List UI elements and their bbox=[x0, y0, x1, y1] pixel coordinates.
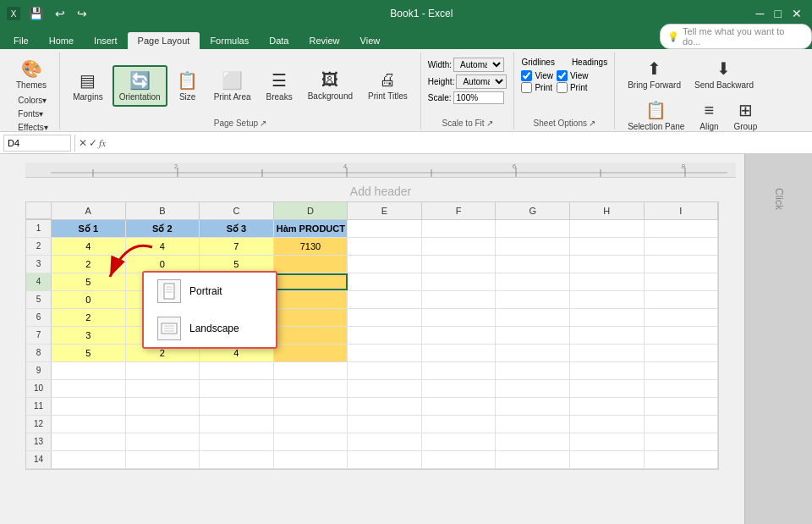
grid-cell[interactable]: 7130 bbox=[274, 238, 348, 255]
landscape-option[interactable]: Landscape bbox=[144, 310, 276, 347]
tab-review[interactable]: Review bbox=[299, 32, 349, 49]
grid-cell[interactable] bbox=[496, 238, 570, 255]
tab-view[interactable]: View bbox=[350, 32, 391, 49]
grid-cell[interactable] bbox=[348, 362, 422, 379]
grid-cell[interactable] bbox=[274, 256, 348, 273]
grid-cell[interactable] bbox=[274, 309, 348, 326]
grid-cell[interactable] bbox=[645, 451, 719, 468]
grid-cell[interactable] bbox=[496, 291, 570, 308]
confirm-formula-button[interactable]: ✓ bbox=[89, 137, 97, 149]
grid-cell[interactable] bbox=[496, 398, 570, 415]
bring-forward-button[interactable]: ⬆ Bring Forward bbox=[622, 54, 687, 94]
grid-cell[interactable] bbox=[274, 380, 348, 397]
grid-cell[interactable] bbox=[274, 291, 348, 308]
gridlines-print-checkbox[interactable] bbox=[521, 82, 532, 93]
grid-cell[interactable] bbox=[126, 380, 200, 397]
grid-cell[interactable] bbox=[348, 416, 422, 433]
save-button[interactable]: 💾 bbox=[25, 5, 47, 22]
grid-cell[interactable] bbox=[200, 433, 274, 450]
grid-cell[interactable]: Hàm PRODUCT bbox=[274, 220, 348, 237]
grid-cell[interactable] bbox=[570, 362, 645, 379]
grid-cell[interactable] bbox=[422, 451, 497, 468]
grid-cell[interactable]: 0 bbox=[126, 256, 200, 273]
grid-cell[interactable] bbox=[422, 398, 497, 415]
gridlines-view-checkbox[interactable] bbox=[521, 70, 532, 81]
grid-cell[interactable] bbox=[570, 220, 645, 237]
grid-cell[interactable] bbox=[348, 238, 422, 255]
grid-cell[interactable] bbox=[496, 327, 570, 344]
scale-expand-icon[interactable]: ↗ bbox=[486, 119, 493, 128]
grid-cell[interactable] bbox=[496, 220, 570, 237]
portrait-option[interactable]: Portrait bbox=[144, 273, 276, 310]
minimize-button[interactable]: ─ bbox=[753, 5, 768, 22]
insert-function-button[interactable]: 𝑓𝑥 bbox=[99, 137, 106, 149]
grid-cell[interactable] bbox=[496, 309, 570, 326]
grid-cell[interactable] bbox=[645, 362, 719, 379]
grid-cell[interactable] bbox=[52, 362, 126, 379]
print-titles-button[interactable]: 🖨 Print Titles bbox=[362, 66, 414, 105]
tab-file[interactable]: File bbox=[3, 32, 39, 49]
grid-cell[interactable] bbox=[126, 416, 200, 433]
print-area-button[interactable]: ⬜ Print Area bbox=[208, 66, 257, 106]
grid-cell[interactable] bbox=[645, 398, 719, 415]
grid-cell[interactable] bbox=[348, 398, 422, 415]
grid-cell[interactable] bbox=[348, 220, 422, 237]
height-select[interactable]: Automatic bbox=[456, 74, 507, 89]
grid-cell[interactable]: 5 bbox=[200, 256, 274, 273]
grid-cell[interactable] bbox=[274, 362, 348, 379]
grid-cell[interactable] bbox=[200, 451, 274, 468]
grid-cell[interactable] bbox=[570, 398, 645, 415]
grid-cell[interactable] bbox=[126, 362, 200, 379]
grid-cell[interactable] bbox=[200, 380, 274, 397]
grid-cell[interactable] bbox=[645, 345, 719, 361]
breaks-button[interactable]: ☰ Breaks bbox=[261, 66, 299, 106]
selection-pane-button[interactable]: 📋 Selection Pane bbox=[622, 96, 690, 135]
grid-cell[interactable] bbox=[348, 309, 422, 326]
page-setup-expand-icon[interactable]: ↗ bbox=[260, 119, 266, 128]
headings-view-checkbox[interactable] bbox=[557, 70, 568, 81]
grid-cell[interactable] bbox=[348, 327, 422, 344]
send-backward-button[interactable]: ⬇ Send Backward bbox=[689, 54, 760, 94]
fonts-button[interactable]: Fonts ▾ bbox=[14, 108, 51, 120]
grid-cell[interactable] bbox=[570, 238, 645, 255]
grid-cell[interactable]: 5 bbox=[52, 345, 126, 361]
grid-cell[interactable] bbox=[422, 433, 497, 450]
grid-cell[interactable] bbox=[645, 291, 719, 308]
grid-cell[interactable] bbox=[200, 416, 274, 433]
grid-cell[interactable] bbox=[496, 273, 570, 290]
grid-cell[interactable] bbox=[645, 256, 719, 273]
grid-cell[interactable] bbox=[200, 398, 274, 415]
name-box[interactable] bbox=[3, 135, 71, 152]
grid-cell[interactable] bbox=[570, 291, 645, 308]
grid-cell[interactable] bbox=[570, 433, 645, 450]
sheet-options-expand-icon[interactable]: ↗ bbox=[589, 119, 595, 128]
grid-cell[interactable] bbox=[422, 291, 497, 308]
grid-cell[interactable] bbox=[348, 273, 422, 290]
grid-cell[interactable] bbox=[570, 416, 645, 433]
orientation-button[interactable]: 🔄 Orientation bbox=[112, 65, 167, 107]
grid-cell[interactable] bbox=[422, 362, 497, 379]
grid-cell[interactable] bbox=[52, 433, 126, 450]
grid-cell[interactable] bbox=[348, 256, 422, 273]
grid-cell[interactable] bbox=[274, 451, 348, 468]
grid-cell[interactable] bbox=[422, 380, 497, 397]
grid-cell[interactable]: 2 bbox=[52, 256, 126, 273]
scale-input[interactable] bbox=[453, 91, 504, 104]
grid-cell[interactable] bbox=[422, 238, 497, 255]
headings-print-checkbox[interactable] bbox=[557, 82, 568, 93]
grid-cell[interactable] bbox=[274, 416, 348, 433]
width-select[interactable]: Automatic bbox=[453, 58, 504, 72]
grid-cell[interactable] bbox=[422, 327, 497, 344]
grid-cell[interactable] bbox=[645, 238, 719, 255]
size-button[interactable]: 📋 Size bbox=[171, 66, 205, 106]
cancel-formula-button[interactable]: ✕ bbox=[79, 137, 87, 149]
undo-button[interactable]: ↩ bbox=[52, 5, 69, 22]
grid-cell[interactable]: 5 bbox=[52, 273, 126, 290]
grid-cell[interactable] bbox=[645, 309, 719, 326]
redo-button[interactable]: ↪ bbox=[74, 5, 91, 22]
grid-cell[interactable] bbox=[570, 256, 645, 273]
grid-cell[interactable] bbox=[52, 451, 126, 468]
grid-cell[interactable] bbox=[496, 345, 570, 361]
grid-cell[interactable]: Số 3 bbox=[200, 220, 274, 237]
grid-cell[interactable]: 2 bbox=[52, 309, 126, 326]
